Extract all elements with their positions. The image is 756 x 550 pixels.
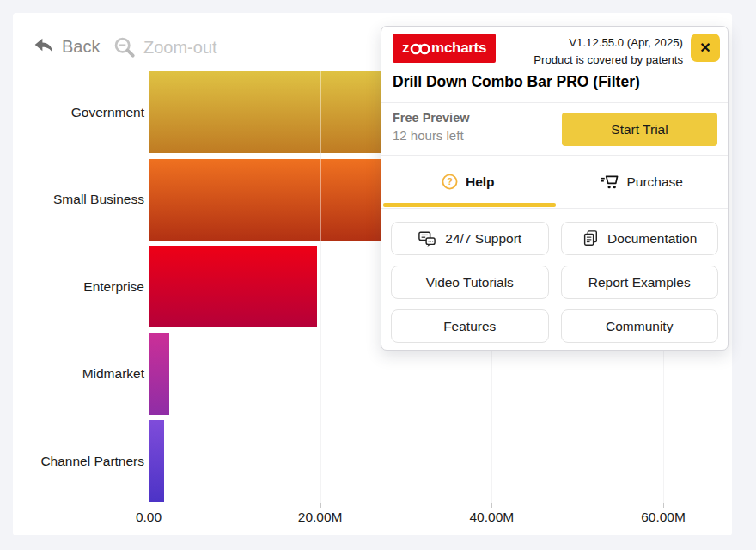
axis-tick (663, 503, 664, 508)
glasses-icon (410, 41, 430, 55)
video-tutorials-button[interactable]: Video Tutorials (391, 266, 549, 299)
preview-time-left: 12 hours left (393, 128, 464, 143)
bar-enterprise[interactable] (149, 246, 317, 327)
active-tab-underline (383, 203, 556, 207)
tab-help[interactable]: ? Help (381, 156, 555, 208)
documents-icon (582, 229, 599, 248)
features-button[interactable]: Features (391, 309, 549, 343)
axis-tick-label: 0.00 (106, 510, 192, 525)
preview-section: Free Preview 12 hours left Start Trial (381, 103, 728, 156)
tab-purchase[interactable]: Purchase (555, 156, 729, 208)
app-background: Back Zoom-out GovernmentSmall BusinessEn… (0, 0, 756, 550)
close-icon: ✕ (699, 40, 710, 56)
logo-text-prefix: z (402, 40, 409, 57)
patent-note: Product is covered by patents (533, 52, 683, 69)
bar-midmarket[interactable] (149, 333, 169, 415)
category-label: Midmarket (82, 364, 144, 383)
zoomcharts-logo: z mcharts (393, 34, 496, 63)
shopping-cart-icon (600, 173, 619, 191)
popup-header: z mcharts V1.12.55.0 (Apr, 2025) Product… (381, 27, 728, 103)
help-buttons-grid: 24/7 Support Documentation Video Tutoria… (381, 209, 728, 352)
video-tutorials-button-label: Video Tutorials (426, 275, 514, 290)
support-button-label: 24/7 Support (445, 231, 521, 247)
trial-popup: z mcharts V1.12.55.0 (Apr, 2025) Product… (381, 26, 729, 351)
axis-tick-label: 60.00M (620, 510, 706, 525)
help-question-icon: ? (442, 174, 458, 190)
magnifier-minus-icon (113, 36, 137, 59)
close-button[interactable]: ✕ (691, 34, 720, 62)
chat-bubbles-icon (418, 230, 436, 248)
support-button[interactable]: 24/7 Support (391, 222, 549, 255)
gridline-highlight (320, 71, 321, 503)
features-button-label: Features (443, 319, 496, 334)
version-info: V1.12.55.0 (Apr, 2025) Product is covere… (533, 34, 683, 68)
axis-tick (320, 503, 321, 508)
back-button[interactable]: Back (33, 36, 100, 57)
zoom-out-label: Zoom-out (143, 38, 217, 58)
axis-tick-label: 40.00M (448, 510, 534, 525)
axis-tick (149, 503, 149, 508)
popup-tabs: ? Help Purchase (381, 156, 728, 209)
logo-text-suffix: mcharts (431, 40, 486, 57)
category-label: Enterprise (83, 278, 144, 296)
tab-purchase-label: Purchase (627, 174, 683, 190)
community-button[interactable]: Community (561, 309, 719, 343)
documentation-button[interactable]: Documentation (561, 222, 719, 255)
back-label: Back (62, 37, 100, 57)
version-number: V1.12.55.0 (Apr, 2025) (533, 34, 683, 52)
report-examples-button-label: Report Examples (588, 275, 691, 290)
bar-channel-partners[interactable] (149, 420, 164, 502)
popup-title: Drill Down Combo Bar PRO (Filter) (393, 73, 640, 91)
report-examples-button[interactable]: Report Examples (561, 266, 719, 299)
community-button-label: Community (606, 319, 673, 334)
back-arrow-icon (33, 36, 55, 57)
category-label: Government (71, 103, 144, 122)
category-label: Channel Partners (40, 452, 144, 471)
zoom-out-button[interactable]: Zoom-out (113, 36, 217, 59)
tab-help-label: Help (466, 174, 495, 190)
axis-tick-label: 20.00M (277, 510, 363, 525)
preview-title: Free Preview (393, 111, 469, 125)
start-trial-button[interactable]: Start Trial (562, 113, 717, 146)
svg-text:?: ? (447, 176, 453, 186)
axis-tick (491, 503, 492, 508)
documentation-button-label: Documentation (607, 231, 697, 247)
category-label: Small Business (53, 190, 144, 209)
